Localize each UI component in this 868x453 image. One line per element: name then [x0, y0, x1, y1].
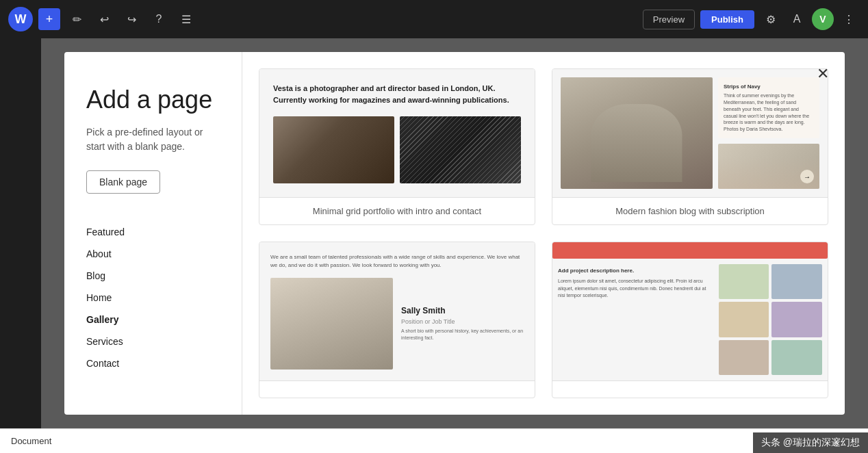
mosaic-cell-6	[771, 340, 822, 375]
toolbar: W + ✏ ↩ ↪ ? ☰ Preview Publish ⚙ A V ⋮	[0, 0, 868, 38]
t1-intro-text: Vesta is a photographer and art director…	[273, 83, 521, 105]
list-icon[interactable]: ☰	[175, 8, 197, 30]
t1-lines-image	[400, 116, 521, 183]
preview-button[interactable]: Preview	[643, 10, 695, 29]
template-card-gallery-mosaic[interactable]: Add project description here. Lorem ipsu…	[552, 242, 828, 398]
t4-text-body: Lorem ipsum dolor sit amet, consectetur …	[558, 279, 706, 298]
undo-icon[interactable]: ↩	[93, 8, 115, 30]
nav-item-home[interactable]: Home	[86, 287, 220, 309]
add-page-modal: ✕ Add a page Pick a pre-defined layout o…	[64, 52, 845, 415]
avatar[interactable]: V	[812, 8, 834, 30]
template-card-bio[interactable]: We are a small team of talented professi…	[259, 242, 535, 398]
settings-icon[interactable]: ⚙	[760, 8, 782, 30]
mosaic-cell-3	[719, 302, 769, 337]
template-preview-4: Add project description here. Lorem ipsu…	[552, 242, 828, 380]
t2-thumbnail: →	[718, 144, 819, 189]
modal-body: Add a page Pick a pre-defined layout or …	[64, 52, 845, 415]
t3-photo	[270, 278, 393, 370]
template-label-2: Modern fashion blog with subscription	[552, 197, 828, 224]
edit-icon[interactable]: ✏	[66, 8, 88, 30]
t2-arrow-icon: →	[800, 170, 814, 183]
template-label-3	[259, 380, 535, 398]
template-preview-2: Strips of Navy Think of summer evenings …	[552, 69, 828, 197]
mosaic-cell-1	[719, 264, 769, 299]
nav-item-services[interactable]: Services	[86, 331, 220, 352]
watermark: 头条 @瑞拉的深邃幻想	[753, 432, 868, 453]
t4-text-title: Add project description here.	[558, 267, 713, 275]
t3-info: Sally Smith Position or Job Title A shor…	[401, 278, 524, 370]
publish-button[interactable]: Publish	[700, 10, 754, 29]
t2-right-panel: Strips of Navy Think of summer evenings …	[718, 77, 819, 189]
redo-icon[interactable]: ↪	[120, 8, 142, 30]
mosaic-cell-4	[771, 302, 822, 337]
wp-logo[interactable]: W	[8, 7, 33, 31]
t3-intro-text: We are a small team of talented professi…	[270, 253, 524, 270]
mosaic-cell-5	[719, 340, 769, 375]
bottom-bar: Document	[0, 428, 868, 453]
toolbar-icon-2[interactable]: A	[786, 8, 808, 30]
nav-item-featured[interactable]: Featured	[86, 221, 220, 243]
t2-main-photo	[561, 77, 713, 189]
t4-text-block: Add project description here. Lorem ipsu…	[558, 264, 713, 375]
t1-dunes-image	[273, 116, 394, 183]
modal-subtitle: Pick a pre-defined layout or start with …	[86, 125, 220, 154]
modal-left-panel: Add a page Pick a pre-defined layout or …	[64, 52, 242, 415]
t1-image-grid	[273, 116, 521, 183]
nav-list: Featured About Blog Home Gallery Service…	[86, 221, 220, 374]
more-icon[interactable]: ⋮	[838, 8, 860, 30]
close-button[interactable]: ✕	[812, 63, 834, 85]
mosaic-cell-2	[771, 264, 822, 299]
t2-text-block: Strips of Navy Think of summer evenings …	[718, 77, 819, 138]
t3-name: Sally Smith	[401, 306, 524, 315]
nav-item-about[interactable]: About	[86, 243, 220, 265]
modal-right-panel: Vesta is a photographer and art director…	[242, 52, 845, 415]
t3-bio: A short bio with personal history, key a…	[401, 328, 524, 341]
t4-mosaic-grid	[719, 264, 822, 375]
t2-blog-title: Strips of Navy	[724, 83, 814, 90]
modal-overlay: ✕ Add a page Pick a pre-defined layout o…	[41, 38, 868, 428]
t4-header-bar	[552, 242, 828, 259]
t3-body: Sally Smith Position or Job Title A shor…	[270, 278, 524, 370]
nav-item-blog[interactable]: Blog	[86, 265, 220, 287]
template-card-minimal-grid[interactable]: Vesta is a photographer and art director…	[259, 68, 535, 225]
template-preview-3: We are a small team of talented professi…	[259, 242, 535, 380]
nav-item-contact[interactable]: Contact	[86, 352, 220, 374]
template-preview-1: Vesta is a photographer and art director…	[259, 69, 535, 197]
sidebar	[0, 38, 41, 453]
help-icon[interactable]: ?	[148, 8, 170, 30]
t2-blog-text: Think of summer evenings by the Mediterr…	[724, 93, 809, 131]
template-label-4	[552, 380, 828, 398]
modal-title: Add a page	[86, 85, 220, 114]
t3-job: Position or Job Title	[401, 318, 524, 325]
template-card-fashion-blog[interactable]: Strips of Navy Think of summer evenings …	[552, 68, 828, 225]
nav-item-gallery[interactable]: Gallery	[86, 309, 220, 331]
add-button[interactable]: +	[38, 8, 60, 30]
blank-page-button[interactable]: Blank page	[86, 170, 160, 194]
template-label-1: Minimal grid portfolio with intro and co…	[259, 197, 535, 224]
t4-body: Add project description here. Lorem ipsu…	[552, 264, 828, 380]
document-label: Document	[11, 436, 51, 446]
